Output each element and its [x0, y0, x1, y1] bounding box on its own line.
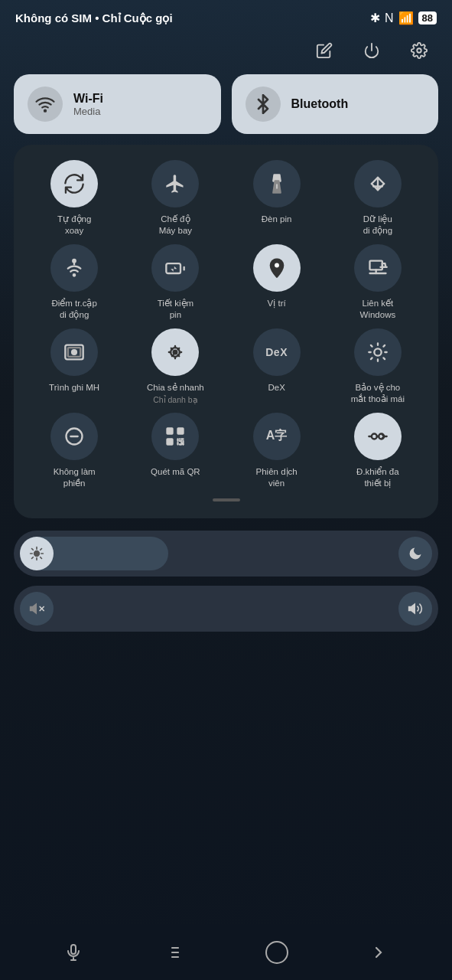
- dex-icon: DeX: [253, 328, 301, 376]
- mobile-data-icon: [354, 160, 402, 207]
- grid-item-translate[interactable]: A字 Phiên dịchviên: [229, 413, 325, 489]
- grid-item-multi-control[interactable]: Đ.khiển đathiết bị: [330, 413, 426, 489]
- translate-icon: A字: [253, 413, 301, 460]
- grid-item-dnd[interactable]: Không làmphiền: [26, 413, 122, 489]
- svg-rect-51: [71, 945, 76, 954]
- grid-item-qr-scan[interactable]: Quét mã QR: [127, 413, 223, 489]
- volume-thumb: [20, 592, 54, 626]
- battery-saver-label: Tiết kiệmpin: [158, 298, 193, 321]
- qr-scan-icon: [151, 413, 199, 460]
- bluetooth-toggle[interactable]: Bluetooth: [232, 74, 439, 134]
- status-bar: Không có SIM • Chỉ Cuộc gọi ✱ N 📶 88: [0, 0, 452, 31]
- grid-item-battery-saver[interactable]: Tiết kiệmpin: [127, 244, 223, 321]
- svg-line-45: [32, 557, 34, 558]
- grid-item-hotspot[interactable]: Điểm tr.cậpdi động: [26, 244, 122, 321]
- grid-item-auto-rotate[interactable]: Tự độngxoay: [26, 160, 122, 237]
- battery-indicator: 88: [418, 11, 437, 24]
- sliders-section: [14, 531, 438, 632]
- grid-item-airplane[interactable]: Chế độMáy bay: [127, 160, 223, 237]
- auto-rotate-icon: [50, 160, 98, 207]
- home-circle: [265, 941, 288, 964]
- eye-comfort-label: Bảo vệ chomắt thoải mái: [351, 382, 405, 405]
- quick-share-icon: [151, 328, 199, 376]
- screen-record-label: Trình ghi MH: [49, 382, 99, 394]
- grid-item-screen-record[interactable]: Trình ghi MH: [26, 328, 122, 405]
- svg-point-8: [73, 260, 76, 263]
- multi-control-label: Đ.khiển đathiết bị: [356, 466, 399, 489]
- svg-rect-23: [168, 429, 172, 433]
- home-button[interactable]: [258, 933, 296, 972]
- quick-settings-grid: Tự độngxoay Chế độMáy bay Đèn pin: [26, 160, 426, 489]
- mobile-data-label: Dữ liệudi động: [363, 214, 392, 237]
- grid-item-dex[interactable]: DeX DeX: [229, 328, 325, 405]
- wifi-label: Wi-Fi: [73, 92, 103, 106]
- nfc-status-icon: N: [385, 11, 394, 25]
- dex-label: DeX: [268, 382, 285, 394]
- quick-settings-grid-container: Tự độngxoay Chế độMáy bay Đèn pin: [14, 145, 438, 518]
- wifi-toggle[interactable]: Wi-Fi Media: [14, 74, 221, 134]
- location-icon: [253, 244, 301, 292]
- settings-button[interactable]: [406, 38, 432, 64]
- signal-status-icon: 📶: [398, 11, 414, 25]
- location-label: Vị trí: [268, 298, 286, 309]
- link-windows-label: Liên kếtWindows: [360, 298, 396, 321]
- brightness-slider[interactable]: [14, 531, 438, 577]
- wifi-text-group: Wi-Fi Media: [73, 92, 103, 117]
- brightness-thumb: [20, 537, 54, 570]
- top-icons-row: [0, 31, 452, 74]
- power-button[interactable]: [359, 38, 385, 64]
- svg-point-19: [374, 348, 381, 355]
- grid-item-eye-comfort[interactable]: Bảo vệ chomắt thoải mái: [330, 328, 426, 405]
- grid-item-quick-share[interactable]: Chia sẻ nhanh Chỉ danh bạ: [127, 328, 223, 405]
- wifi-sublabel: Media: [73, 106, 103, 117]
- grid-item-location[interactable]: Vị trí: [229, 244, 325, 321]
- night-mode-button[interactable]: [398, 537, 432, 570]
- svg-point-10: [275, 263, 279, 267]
- svg-point-6: [73, 274, 75, 276]
- svg-rect-27: [168, 439, 172, 443]
- svg-rect-25: [179, 429, 183, 433]
- airplane-label: Chế độMáy bay: [159, 214, 192, 237]
- back-button[interactable]: [359, 933, 398, 972]
- recents-button[interactable]: [156, 933, 194, 972]
- svg-rect-11: [369, 261, 382, 270]
- svg-rect-9: [167, 263, 181, 273]
- auto-rotate-label: Tự độngxoay: [57, 214, 91, 237]
- svg-marker-50: [409, 604, 415, 613]
- status-right-icons: ✱ N 📶 88: [370, 11, 437, 25]
- bluetooth-status-icon: ✱: [370, 11, 380, 25]
- translate-label: Phiên dịchviên: [256, 466, 298, 489]
- bluetooth-icon-circle: [246, 87, 281, 122]
- screen-record-icon: [50, 328, 98, 376]
- quick-share-sublabel: Chỉ danh bạ: [153, 395, 197, 404]
- mic-button[interactable]: [54, 933, 93, 972]
- hotspot-label: Điểm tr.cậpdi động: [51, 298, 96, 321]
- svg-point-17: [73, 351, 75, 353]
- pagination-dots: [26, 489, 426, 506]
- grid-item-link-windows[interactable]: Liên kếtWindows: [330, 244, 426, 321]
- link-windows-icon: [354, 244, 402, 292]
- dnd-icon: [50, 413, 98, 460]
- quick-share-label: Chia sẻ nhanh: [147, 382, 204, 394]
- bottom-nav: [0, 925, 452, 980]
- svg-line-41: [32, 548, 34, 550]
- volume-slider[interactable]: [14, 586, 438, 632]
- svg-line-42: [41, 557, 42, 558]
- wifi-icon-circle: [28, 87, 63, 122]
- pencil-button[interactable]: [311, 38, 337, 64]
- bluetooth-text-group: Bluetooth: [291, 97, 349, 111]
- volume-end-icon[interactable]: [398, 592, 432, 626]
- multi-control-icon: [354, 413, 402, 460]
- svg-point-1: [417, 48, 421, 53]
- bluetooth-label: Bluetooth: [291, 97, 349, 111]
- grid-item-mobile-data[interactable]: Dữ liệudi động: [330, 160, 426, 237]
- flashlight-icon: [253, 160, 301, 207]
- dnd-label: Không làmphiền: [54, 466, 96, 489]
- pagination-dot-active: [213, 498, 240, 501]
- airplane-icon: [151, 160, 199, 207]
- grid-item-flashlight[interactable]: Đèn pin: [229, 160, 325, 237]
- qr-scan-label: Quét mã QR: [151, 466, 200, 478]
- svg-marker-47: [31, 604, 37, 613]
- svg-point-2: [44, 110, 46, 112]
- quick-top-row: Wi-Fi Media Bluetooth: [0, 74, 452, 134]
